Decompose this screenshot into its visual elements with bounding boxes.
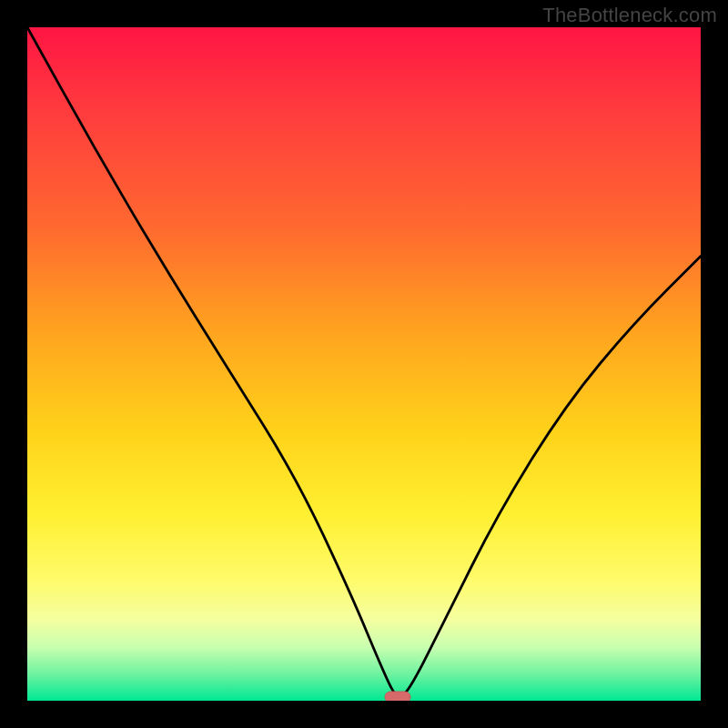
plot-area — [27, 27, 701, 701]
bottleneck-curve — [27, 27, 701, 696]
curve-layer — [27, 27, 701, 701]
chart-frame: TheBottleneck.com — [0, 0, 728, 728]
minimum-marker — [385, 692, 410, 701]
watermark-text: TheBottleneck.com — [542, 4, 717, 27]
